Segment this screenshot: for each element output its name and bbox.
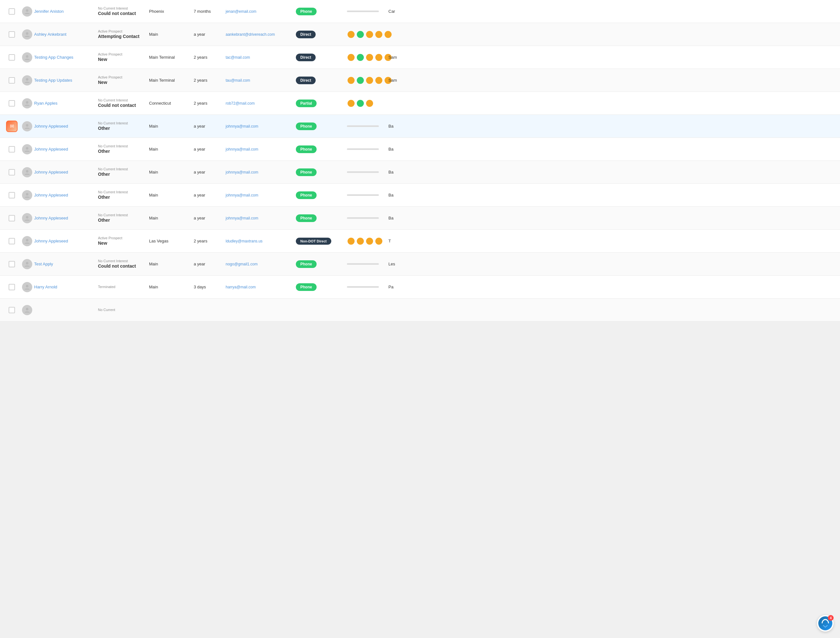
email-col: johnnya@mail.com <box>226 147 296 152</box>
status-label: No Current Interest <box>98 259 149 263</box>
avatar <box>22 98 32 109</box>
orange-dot <box>375 54 382 61</box>
status-value: Other <box>98 125 149 131</box>
email-link[interactable]: rob72@mail.com <box>226 101 296 106</box>
svg-point-11 <box>26 262 28 264</box>
orange-dot <box>375 77 382 84</box>
terminal-col: Main <box>149 32 194 37</box>
status-value: New <box>98 79 149 85</box>
email-link[interactable]: johnnya@mail.com <box>226 170 296 174</box>
dots-col <box>347 194 388 196</box>
email-link[interactable]: johnnya@mail.com <box>226 216 296 220</box>
person-name[interactable]: Johnny Appleseed <box>34 238 98 243</box>
terminal-text: Main Terminal <box>149 78 194 83</box>
orange-dot <box>375 31 382 38</box>
badge-col: Phone <box>296 214 347 222</box>
row-checkbox[interactable] <box>9 261 15 267</box>
progress-bar <box>347 263 379 265</box>
email-link[interactable]: nogo@gmail1.com <box>226 262 296 266</box>
terminal-text: Main <box>149 284 194 289</box>
email-col: aankebrant@drivereach.com <box>226 32 296 37</box>
email-col: nogo@gmail1.com <box>226 262 296 266</box>
email-col: johnnya@mail.com <box>226 170 296 174</box>
time-text: a year <box>194 170 226 174</box>
email-col: tac@mail.com <box>226 55 296 60</box>
badge-col: Phone <box>296 191 347 199</box>
name-col: Testing App Updates <box>34 78 98 83</box>
person-name[interactable]: Johnny Appleseed <box>34 124 98 129</box>
badge-col: Direct <box>296 77 347 84</box>
svg-point-5 <box>26 124 28 126</box>
table-row: Johnny AppleseedNo Current InterestOther… <box>0 138 840 161</box>
email-link[interactable]: ldudley@maxtrans.us <box>226 239 296 243</box>
time-col: a year <box>194 32 226 37</box>
person-name[interactable]: Johnny Appleseed <box>34 216 98 220</box>
dots-col <box>347 148 388 150</box>
email-link[interactable]: tac@mail.com <box>226 55 296 60</box>
terminal-text: Main <box>149 262 194 266</box>
row-checkbox[interactable] <box>9 100 15 107</box>
row-checkbox[interactable] <box>9 192 15 198</box>
email-link[interactable]: aankebrant@drivereach.com <box>226 32 296 37</box>
orange-dot <box>375 238 382 245</box>
checkbox-col <box>4 215 20 221</box>
avatar-col <box>20 75 34 85</box>
email-col: johnnya@mail.com <box>226 193 296 197</box>
person-name[interactable]: Testing App Updates <box>34 78 98 83</box>
extra-col: Pa <box>388 284 836 289</box>
badge-col: Direct <box>296 54 347 61</box>
email-link[interactable]: johnnya@mail.com <box>226 147 296 152</box>
avatar <box>22 190 32 201</box>
row-checkbox[interactable] <box>9 77 15 84</box>
person-name[interactable]: Ryan Apples <box>34 101 98 106</box>
status-value: Other <box>98 148 149 154</box>
status-col: No Current InterestCould not contact <box>98 98 149 108</box>
person-name[interactable]: Johnny Appleseed <box>34 170 98 174</box>
dots-col <box>347 31 388 38</box>
person-name[interactable]: Testing App Changes <box>34 55 98 60</box>
person-name[interactable]: Johnny Appleseed <box>34 193 98 197</box>
checkbox-col <box>4 54 20 61</box>
svg-point-0 <box>26 9 28 12</box>
extra-col: T <box>388 238 836 243</box>
badge-col: Phone <box>296 8 347 15</box>
terminal-text: Las Vegas <box>149 238 194 243</box>
row-checkbox[interactable] <box>9 307 15 313</box>
time-col: a year <box>194 193 226 197</box>
row-checkbox[interactable] <box>9 54 15 61</box>
person-name[interactable]: Harry Arnold <box>34 284 98 289</box>
checkbox-col <box>4 100 20 107</box>
table-row: Johnny AppleseedActive ProspectNewLas Ve… <box>0 230 840 253</box>
contact-type-badge: Phone <box>296 145 316 153</box>
status-label: Active Prospect <box>98 75 149 79</box>
email-link[interactable]: johnnya@mail.com <box>226 124 296 129</box>
row-checkbox[interactable] <box>9 146 15 153</box>
email-link[interactable]: johnnya@mail.com <box>226 193 296 197</box>
email-link[interactable]: jenan@email.com <box>226 9 296 14</box>
row-checkbox[interactable] <box>9 284 15 290</box>
dots-container <box>347 54 392 61</box>
avatar-col <box>20 29 34 39</box>
row-checkbox[interactable] <box>9 238 15 244</box>
dots-col <box>347 171 388 173</box>
row-checkbox[interactable] <box>9 31 15 38</box>
person-name[interactable]: Ashley Ankebrant <box>34 32 98 37</box>
row-checkbox[interactable] <box>9 215 15 221</box>
row-checkbox[interactable] <box>9 169 15 175</box>
person-name[interactable]: Test Apply <box>34 262 98 266</box>
status-value: Could not contact <box>98 263 149 269</box>
orange-dot <box>366 31 373 38</box>
row-checkbox[interactable] <box>9 8 15 15</box>
message-icon[interactable] <box>6 121 17 132</box>
avatar <box>22 282 32 292</box>
email-link[interactable]: tau@mail.com <box>226 78 296 83</box>
status-value: Could not contact <box>98 11 149 16</box>
avatar-col <box>20 305 34 315</box>
terminal-col: Main <box>149 262 194 266</box>
email-link[interactable]: harrya@mail.com <box>226 285 296 289</box>
terminal-col: Main <box>149 284 194 289</box>
orange-dot <box>348 54 354 61</box>
person-name[interactable]: Johnny Appleseed <box>34 147 98 152</box>
person-name[interactable]: Jennifer Aniston <box>34 9 98 14</box>
time-text: 2 years <box>194 238 226 243</box>
